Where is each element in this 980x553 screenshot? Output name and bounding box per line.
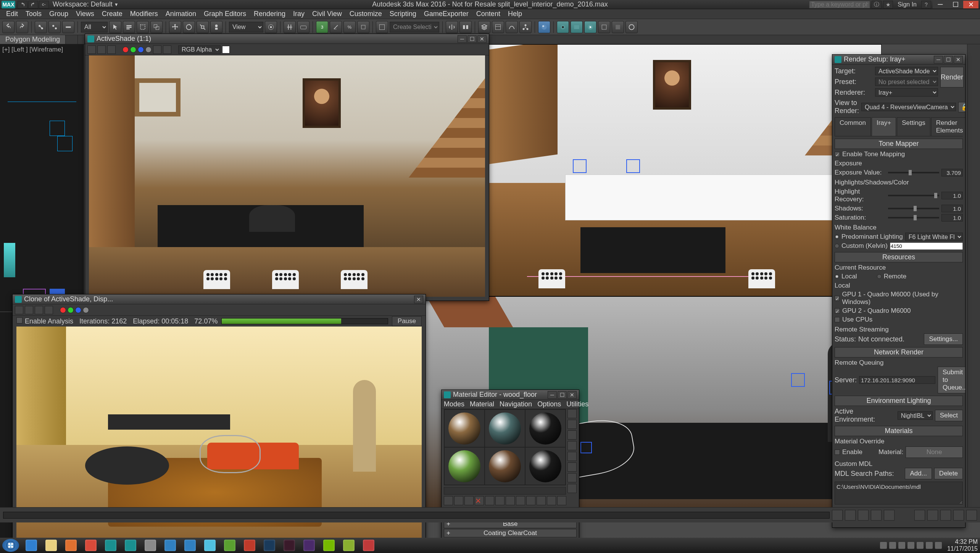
me-put-to-lib-button[interactable] [506, 496, 515, 505]
select-object-button[interactable] [109, 21, 121, 33]
as-save-button[interactable] [87, 45, 96, 54]
predominant-combo[interactable]: F6 Light White Fluorescent (4150K) [905, 233, 963, 241]
env-select-button[interactable]: Select [935, 410, 963, 421]
ca-x-button[interactable] [45, 306, 53, 314]
me-close-button[interactable]: ✕ [567, 391, 577, 399]
star-icon[interactable]: ★ [883, 1, 893, 8]
spinner-snap-button[interactable] [357, 21, 369, 33]
taskbar-clock[interactable]: 4:32 PM 11/17/2015 [947, 538, 978, 552]
me-sample-slider[interactable] [444, 487, 566, 495]
submit-queue-button[interactable]: Submit to Queue... [938, 367, 965, 393]
menu-modifiers[interactable]: Modifiers [126, 10, 162, 18]
viewport-pan-button[interactable] [940, 510, 951, 521]
me-menu-modes[interactable]: Modes [444, 400, 464, 408]
ca-alpha-channel-icon[interactable] [83, 307, 89, 313]
activeshade-button[interactable] [612, 21, 624, 33]
renderer-combo[interactable]: Iray+ [875, 88, 938, 97]
local-radio[interactable] [835, 274, 839, 279]
named-selection-combo[interactable]: Create Selection S [390, 22, 439, 32]
keyboard-shortcut-button[interactable] [297, 21, 309, 33]
time-slider[interactable] [3, 512, 830, 519]
snap-toggle-button[interactable]: 3 [316, 21, 328, 33]
tray-volume-icon[interactable] [935, 542, 942, 549]
network-render-section[interactable]: Network Render [835, 347, 963, 357]
tray-icon[interactable] [907, 542, 914, 549]
view-to-render-combo[interactable]: Quad 4 - ReverseViewCamera [861, 103, 956, 111]
render-button[interactable]: Render [940, 67, 964, 87]
render-iterative-button[interactable] [598, 21, 610, 33]
ca-copy-button[interactable] [25, 306, 33, 314]
me-get-material-button[interactable] [444, 496, 453, 505]
start-button[interactable] [2, 539, 19, 552]
me-maximize-button[interactable]: ☐ [558, 391, 567, 399]
menu-tools[interactable]: Tools [22, 10, 45, 18]
manipulate-button[interactable] [284, 21, 296, 33]
curve-editor-button[interactable] [506, 21, 518, 33]
material-swatch-3[interactable] [445, 448, 484, 485]
material-swatch-1[interactable] [485, 410, 525, 447]
me-backlight-button[interactable] [567, 420, 577, 429]
mdl-add-button[interactable]: Add... [905, 468, 932, 479]
enable-analysis-checkbox[interactable]: Enable Analysis [16, 317, 73, 325]
align-button[interactable] [459, 21, 472, 33]
custom-kelvin-radio[interactable] [835, 244, 839, 248]
taskbar-app-photoshop[interactable] [260, 539, 279, 552]
exposure-value-input[interactable] [941, 169, 963, 176]
viewport-top-right[interactable] [488, 44, 882, 296]
green-channel-icon[interactable] [130, 47, 136, 53]
unlink-tool-button[interactable] [48, 21, 61, 33]
material-swatch-0[interactable] [445, 410, 484, 447]
ca-save-button[interactable] [15, 306, 23, 314]
ca-clone-button[interactable] [35, 306, 43, 314]
as-copy-button[interactable] [97, 45, 106, 54]
workspace-selector[interactable]: Workspace: Default▼ [53, 0, 119, 8]
window-close-button[interactable]: ✕ [963, 1, 978, 8]
exposure-slider[interactable] [888, 172, 939, 173]
activeshade-render-view[interactable] [89, 55, 485, 297]
clone-as-close-button[interactable]: ✕ [414, 296, 423, 303]
menu-views[interactable]: Views [72, 10, 98, 18]
bind-button[interactable] [62, 21, 74, 33]
me-options-button[interactable] [567, 473, 577, 482]
placement-button[interactable] [210, 21, 222, 33]
me-menu-options[interactable]: Options [537, 400, 561, 408]
me-assign-button[interactable] [464, 496, 474, 505]
highlight-slider[interactable] [888, 195, 939, 196]
play-next-button[interactable] [871, 510, 882, 521]
rs-close-button[interactable]: ✕ [954, 56, 963, 63]
window-crossing-button[interactable] [150, 21, 163, 33]
me-go-forward-button[interactable] [557, 496, 566, 505]
enable-tonemap-checkbox[interactable] [835, 152, 840, 157]
menu-edit[interactable]: Edit [2, 10, 22, 18]
menu-create[interactable]: Create [98, 10, 126, 18]
active-env-combo[interactable]: NightIBL [898, 411, 933, 420]
rs-minimize-button[interactable]: ─ [934, 56, 943, 63]
link-button[interactable] [39, 1, 49, 8]
undo-toolbar-button[interactable] [2, 21, 15, 33]
gpu1-checkbox[interactable] [835, 296, 840, 301]
me-menu-navigation[interactable]: Navigation [500, 400, 532, 408]
mat-override-enable-checkbox[interactable] [835, 450, 840, 455]
selection-filter-combo[interactable]: All [81, 22, 108, 32]
material-editor-button[interactable] [538, 21, 550, 33]
taskbar-app-app-red[interactable] [240, 539, 259, 552]
taskbar-app-app-swirl[interactable] [359, 539, 378, 552]
system-tray[interactable]: 4:32 PM 11/17/2015 [880, 538, 978, 552]
window-minimize-button[interactable]: ─ [933, 1, 948, 8]
me-minimize-button[interactable]: ─ [548, 391, 557, 399]
taskbar-app-app-green1[interactable] [221, 539, 239, 552]
menu-civil-view[interactable]: Civil View [308, 10, 346, 18]
menu-group[interactable]: Group [45, 10, 72, 18]
me-menu-utilities[interactable]: Utilities [566, 400, 588, 408]
select-region-button[interactable] [137, 21, 149, 33]
bg-color-swatch[interactable] [222, 46, 230, 53]
shadows-input[interactable] [941, 205, 963, 212]
viewport-orbit-button[interactable] [953, 510, 964, 521]
taskbar-app-app-c[interactable] [340, 539, 358, 552]
render-setup-button[interactable] [557, 21, 569, 33]
mdl-delete-button[interactable]: Delete [934, 468, 963, 479]
channel-combo[interactable]: RGB Alpha [178, 45, 221, 54]
saturation-slider[interactable] [888, 217, 939, 218]
scale-button[interactable] [197, 21, 209, 33]
viewport-nav-button[interactable] [914, 510, 925, 521]
